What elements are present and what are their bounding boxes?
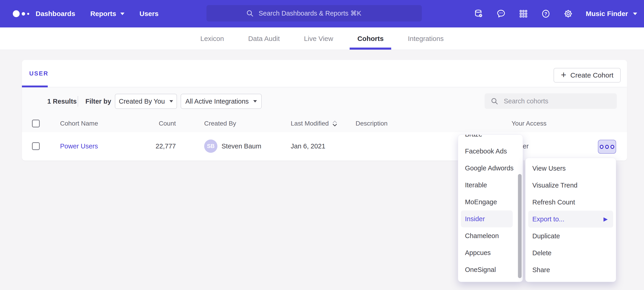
ellipsis-dot-icon	[600, 145, 604, 149]
row-checkbox[interactable]	[32, 142, 40, 150]
cohort-search[interactable]	[484, 93, 617, 109]
count-cell: 22,777	[125, 132, 176, 160]
menu-item-iterable[interactable]: Iterable	[458, 177, 523, 194]
export-to-submenu-list: Braze Facebook Ads Google Adwords Iterab…	[458, 134, 523, 278]
navbar-right: ? Music Finder	[474, 0, 637, 28]
menu-item-appcues[interactable]: Appcues	[458, 244, 523, 261]
tab-user-cohorts[interactable]: USER	[29, 70, 48, 77]
divider	[78, 96, 78, 107]
col-created-by: Created By	[204, 115, 236, 132]
submenu-scrollbar-thumb[interactable]	[518, 174, 522, 278]
created-by-filter-label: Created By You	[119, 98, 165, 105]
created-by-filter-dropdown[interactable]: Created By You	[115, 94, 177, 109]
menu-item-chameleon[interactable]: Chameleon	[458, 227, 523, 244]
created-by-name: Steven Baum	[222, 142, 261, 150]
plus-icon: +	[561, 70, 566, 79]
tab-data-audit[interactable]: Data Audit	[247, 28, 281, 50]
menu-item-view-users[interactable]: View Users	[526, 160, 616, 177]
menu-item-duplicate[interactable]: Duplicate	[526, 228, 616, 244]
tab-cohorts-label: Cohorts	[358, 35, 384, 43]
create-cohort-label: Create Cohort	[570, 71, 614, 79]
tab-live-view-label: Live View	[304, 35, 333, 43]
menu-item-visualize-trend[interactable]: Visualize Trend	[526, 177, 616, 194]
app-window: Dashboards Reports Users	[0, 0, 644, 290]
chevron-down-icon	[633, 13, 637, 15]
avatar: SB	[204, 139, 218, 153]
cohorts-panel: USER + Create Cohort 1 Results Filter by…	[22, 60, 627, 161]
tab-live-view[interactable]: Live View	[302, 28, 334, 50]
tab-data-audit-label: Data Audit	[248, 35, 280, 43]
menu-item-moengage[interactable]: MoEngage	[458, 194, 523, 210]
mixpanel-logo-icon[interactable]	[13, 0, 29, 28]
menu-item-refresh-count[interactable]: Refresh Count	[526, 194, 616, 211]
select-all-checkbox-cell	[32, 115, 40, 132]
integrations-filter-label: All Active Integrations	[186, 98, 249, 105]
cohort-name-link[interactable]: Power Users	[60, 142, 98, 150]
col-your-access: Your Access	[512, 115, 546, 132]
menu-item-export-to-label: Export to...	[532, 215, 564, 223]
chevron-down-icon	[253, 100, 257, 102]
cohort-search-input[interactable]	[503, 97, 605, 105]
apps-grid-icon[interactable]	[519, 9, 528, 19]
create-cohort-button[interactable]: + Create Cohort	[554, 68, 621, 83]
cohort-name-cell: Power Users	[60, 132, 98, 160]
last-modified-cell: Jan 6, 2021	[291, 132, 326, 160]
col-description: Description	[356, 115, 388, 132]
top-navbar: Dashboards Reports Users	[0, 0, 644, 28]
global-search-input[interactable]	[258, 9, 382, 17]
project-name: Music Finder	[586, 10, 628, 18]
row-actions-menu: View Users Visualize Trend Refresh Count…	[525, 158, 616, 282]
chevron-down-icon	[120, 13, 124, 15]
svg-text:?: ?	[544, 11, 548, 16]
ellipsis-dot-icon	[610, 145, 614, 149]
table-header: Cohort Name Count Created By Last Modifi…	[22, 115, 627, 133]
search-icon	[246, 9, 254, 17]
project-switcher[interactable]: Music Finder	[586, 10, 637, 18]
nav-users-label: Users	[140, 10, 158, 18]
col-count: Count	[125, 115, 176, 132]
row-actions-button[interactable]	[598, 140, 616, 154]
user-tab-underline	[22, 86, 48, 87]
results-count: 1 Results	[47, 94, 77, 109]
settings-gear-icon[interactable]	[564, 9, 573, 19]
integrations-filter-dropdown[interactable]: All Active Integrations	[181, 94, 262, 109]
nav-dashboards-label: Dashboards	[36, 10, 75, 18]
menu-item-share[interactable]: Share	[526, 261, 616, 278]
menu-item-braze[interactable]: Braze	[458, 134, 523, 143]
tab-integrations-label: Integrations	[408, 35, 444, 43]
row-checkbox-cell	[32, 132, 40, 160]
search-icon	[490, 97, 498, 105]
export-to-submenu: Braze Facebook Ads Google Adwords Iterab…	[458, 134, 523, 282]
primary-nav: Dashboards Reports Users	[36, 0, 158, 28]
table-row: Power Users 22,777 SB Steven Baum Jan 6,…	[22, 132, 627, 160]
select-all-checkbox[interactable]	[32, 120, 40, 127]
col-cohort-name: Cohort Name	[60, 115, 98, 132]
nav-users[interactable]: Users	[140, 10, 158, 18]
data-management-icon[interactable]	[474, 9, 484, 19]
filter-by-label: Filter by	[86, 94, 111, 109]
nav-reports[interactable]: Reports	[90, 10, 124, 18]
menu-item-insider[interactable]: Insider	[461, 210, 513, 227]
chevron-down-icon	[170, 100, 173, 102]
tab-lexicon[interactable]: Lexicon	[199, 28, 225, 50]
nav-dashboards[interactable]: Dashboards	[36, 10, 75, 18]
global-search[interactable]	[206, 5, 422, 22]
nav-reports-label: Reports	[90, 10, 116, 18]
active-tab-underline	[350, 48, 391, 50]
your-access-cell-clipped: er	[523, 132, 529, 160]
help-icon[interactable]: ?	[541, 9, 550, 19]
tab-cohorts[interactable]: Cohorts	[356, 28, 385, 50]
col-last-modified[interactable]: Last Modified	[291, 115, 338, 132]
section-tabs: Lexicon Data Audit Live View Cohorts Int…	[0, 28, 644, 50]
menu-item-export-to[interactable]: Export to... ▶	[528, 211, 613, 228]
submenu-arrow-icon: ▶	[604, 216, 608, 222]
menu-item-facebook-ads[interactable]: Facebook Ads	[458, 143, 523, 160]
menu-item-google-adwords[interactable]: Google Adwords	[458, 160, 523, 177]
menu-item-onesignal[interactable]: OneSignal	[458, 261, 523, 278]
sort-icon	[332, 120, 338, 127]
menu-item-delete[interactable]: Delete	[526, 244, 616, 261]
feedback-icon[interactable]	[496, 9, 506, 19]
tab-integrations[interactable]: Integrations	[406, 28, 445, 50]
created-by-cell: SB Steven Baum	[204, 132, 261, 160]
tab-lexicon-label: Lexicon	[200, 35, 224, 43]
